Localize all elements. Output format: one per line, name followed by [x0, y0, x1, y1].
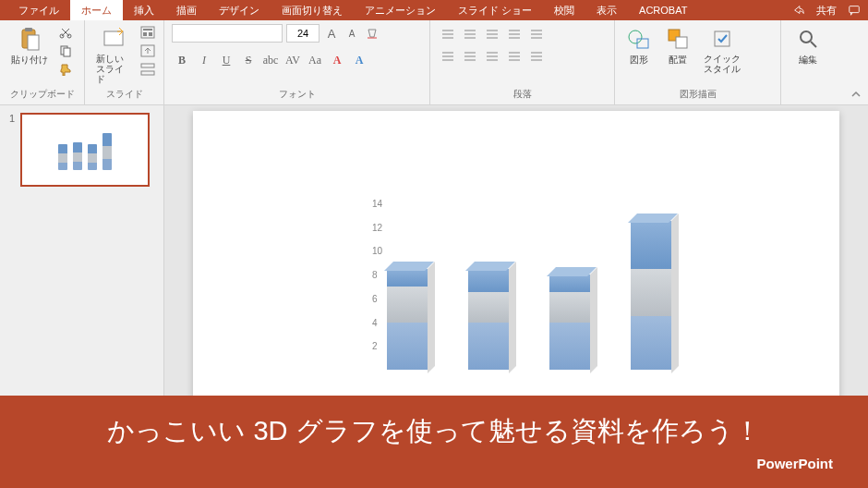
- slide-number: 1: [9, 113, 15, 187]
- svg-rect-12: [149, 32, 152, 36]
- tab-ACROBAT[interactable]: ACROBAT: [628, 0, 698, 20]
- slide-thumbnail-1[interactable]: [20, 113, 150, 187]
- decrease-font-button[interactable]: A: [344, 25, 360, 42]
- share-label[interactable]: 共有: [816, 4, 837, 18]
- shapes-button[interactable]: 図形: [622, 24, 656, 68]
- increase-font-button[interactable]: A: [323, 25, 340, 42]
- arrange-button[interactable]: 配置: [661, 24, 694, 68]
- banner-subtitle: PowerPoint: [26, 456, 842, 471]
- paste-icon: [17, 26, 42, 52]
- bar-C: [549, 274, 590, 370]
- banner-title: かっこいい 3D グラフを使って魅せる資料を作ろう！: [26, 413, 842, 450]
- group-paragraph: 段落: [430, 20, 615, 104]
- format-highlight[interactable]: A: [349, 50, 369, 70]
- justify-button[interactable]: [504, 46, 524, 67]
- bar-A: [387, 269, 428, 370]
- y-tick: 14: [372, 199, 382, 209]
- svg-rect-15: [141, 71, 154, 75]
- group-font: A A BIUSabcAVAaAA フォント: [164, 20, 430, 104]
- group-slides: 新しい スライド スライド: [85, 20, 164, 104]
- clear-format-button[interactable]: [364, 25, 380, 42]
- tab-校閲[interactable]: 校閲: [543, 0, 585, 20]
- comment-icon[interactable]: [848, 4, 861, 17]
- reset-button[interactable]: [139, 43, 156, 59]
- title-bar: ファイルホーム挿入描画デザイン画面切り替えアニメーションスライド ショー校閲表示…: [0, 0, 868, 20]
- indent-dec-button[interactable]: [482, 24, 502, 44]
- svg-point-16: [629, 30, 642, 43]
- collapse-ribbon-button[interactable]: [850, 88, 862, 101]
- format-bold[interactable]: B: [172, 50, 192, 70]
- svg-rect-19: [676, 37, 687, 48]
- shapes-icon: [626, 26, 652, 52]
- svg-rect-17: [637, 39, 648, 48]
- tab-描画[interactable]: 描画: [165, 0, 208, 20]
- format-underline[interactable]: U: [216, 50, 236, 70]
- format-shadow[interactable]: S: [238, 50, 259, 70]
- numbering-button[interactable]: [460, 24, 480, 44]
- new-slide-button[interactable]: 新しい スライド: [92, 24, 134, 86]
- y-tick: 2: [372, 341, 378, 351]
- paste-button[interactable]: 貼り付け: [7, 24, 52, 68]
- share-icon[interactable]: [792, 4, 805, 17]
- arrange-icon: [665, 26, 691, 52]
- workspace: 1 2468101214: [0, 105, 868, 396]
- svg-rect-3: [28, 35, 39, 50]
- svg-rect-11: [143, 32, 147, 36]
- tab-表示[interactable]: 表示: [585, 0, 628, 20]
- line-spacing-button[interactable]: [526, 24, 547, 44]
- tab-デザイン[interactable]: デザイン: [208, 0, 271, 20]
- slide-canvas[interactable]: 2468101214: [164, 105, 868, 396]
- y-tick: 8: [372, 270, 378, 280]
- svg-rect-0: [850, 6, 860, 13]
- format-color[interactable]: A: [327, 50, 347, 70]
- y-tick: 10: [372, 246, 382, 256]
- svg-rect-20: [715, 31, 729, 46]
- section-button[interactable]: [139, 61, 156, 78]
- format-strike[interactable]: abc: [260, 50, 281, 70]
- bar-D: [631, 221, 671, 370]
- y-tick: 12: [372, 223, 382, 233]
- bullets-button[interactable]: [438, 24, 458, 44]
- tab-ホーム[interactable]: ホーム: [70, 0, 123, 20]
- columns-button[interactable]: [526, 46, 547, 67]
- group-editing: 編集: [781, 20, 835, 104]
- font-family-input[interactable]: [172, 24, 283, 43]
- tab-画面切り替え[interactable]: 画面切り替え: [271, 0, 354, 20]
- tab-ファイル[interactable]: ファイル: [7, 0, 70, 20]
- quick-style-button[interactable]: クイック スタイル: [700, 24, 744, 76]
- thumb-chart: [58, 129, 112, 170]
- format-spacing[interactable]: AV: [283, 50, 303, 70]
- layout-button[interactable]: [139, 24, 156, 41]
- tab-アニメーション[interactable]: アニメーション: [354, 0, 447, 20]
- banner: かっこいい 3D グラフを使って魅せる資料を作ろう！ PowerPoint: [0, 396, 868, 488]
- format-italic[interactable]: I: [194, 50, 214, 70]
- quick-style-icon: [709, 26, 735, 52]
- copy-button[interactable]: [57, 43, 74, 59]
- y-tick: 4: [372, 318, 378, 328]
- format-painter-button[interactable]: [57, 61, 74, 78]
- svg-rect-8: [104, 31, 123, 45]
- font-size-input[interactable]: [286, 24, 319, 43]
- group-clipboard: 貼り付け クリップボード: [0, 20, 85, 104]
- ribbon: 貼り付け クリップボード 新しい スライド スライド: [0, 20, 868, 105]
- svg-rect-7: [64, 48, 70, 56]
- tab-挿入[interactable]: 挿入: [123, 0, 165, 20]
- y-tick: 6: [372, 294, 378, 304]
- cut-button[interactable]: [57, 24, 74, 41]
- chart: 2468101214: [359, 166, 766, 370]
- ribbon-tabs: ファイルホーム挿入描画デザイン画面切り替えアニメーションスライド ショー校閲表示…: [7, 0, 698, 20]
- svg-point-21: [801, 31, 812, 43]
- svg-rect-2: [25, 28, 32, 31]
- thumbnail-panel: 1: [0, 105, 164, 396]
- group-drawing: 図形 配置 クイック スタイル 図形描画: [615, 20, 781, 104]
- svg-rect-14: [141, 64, 154, 67]
- tab-スライド ショー[interactable]: スライド ショー: [447, 0, 543, 20]
- indent-inc-button[interactable]: [504, 24, 524, 44]
- format-case[interactable]: Aa: [305, 50, 325, 70]
- new-slide-icon: [101, 26, 127, 52]
- find-button[interactable]: 編集: [791, 24, 825, 68]
- align-center-button[interactable]: [460, 46, 480, 67]
- search-icon: [795, 26, 821, 52]
- align-right-button[interactable]: [482, 46, 502, 67]
- align-left-button[interactable]: [438, 46, 458, 67]
